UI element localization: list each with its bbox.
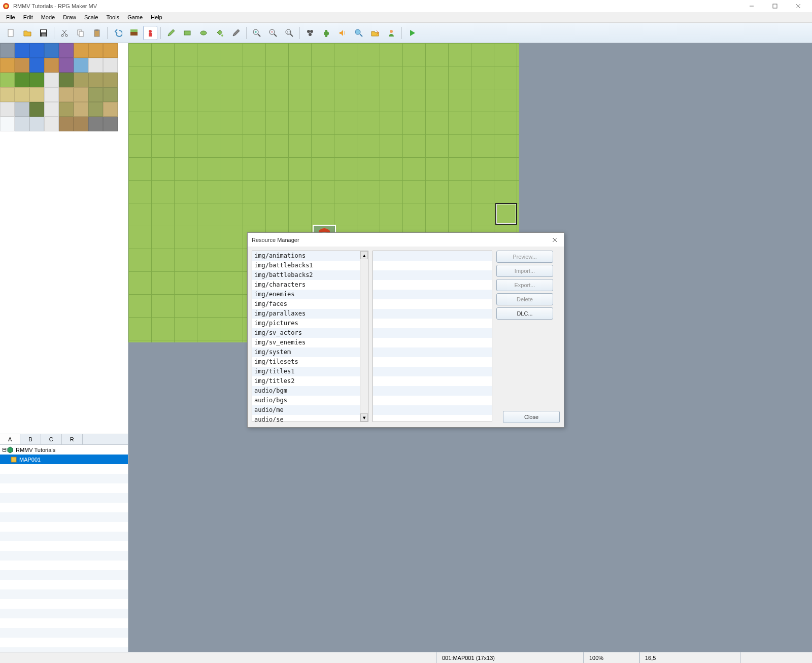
shadow-pen-button[interactable] [229, 26, 243, 40]
tile[interactable] [103, 117, 118, 131]
tile[interactable] [15, 73, 29, 87]
database-button[interactable] [303, 26, 317, 40]
paste-button[interactable] [90, 26, 104, 40]
rectangle-tool-button[interactable] [180, 26, 194, 40]
folder-item[interactable]: img/sv_actors [252, 328, 360, 338]
folder-item[interactable]: audio/bgs [252, 396, 360, 405]
open-project-button[interactable] [20, 26, 35, 40]
folder-item[interactable]: img/animations [252, 251, 360, 261]
copy-button[interactable] [74, 26, 88, 40]
dialog-title-bar[interactable]: Resource Manager [248, 233, 564, 247]
map-tree[interactable]: ⊟ RMMV Tutorials MAP001 [0, 445, 128, 652]
layer-tab-a[interactable]: A [0, 434, 20, 444]
layer-tab-r[interactable]: R [62, 434, 83, 444]
tile[interactable] [59, 117, 74, 131]
tree-project-node[interactable]: ⊟ RMMV Tutorials [0, 445, 128, 455]
cut-button[interactable] [57, 26, 72, 40]
folder-item[interactable]: img/system [252, 347, 360, 357]
tile[interactable] [88, 102, 103, 117]
zoom-out-button[interactable] [266, 26, 280, 40]
resource-manager-button[interactable] [368, 26, 382, 40]
folder-item[interactable]: audio/me [252, 405, 360, 415]
folder-list-scrollbar[interactable]: ▴ ▾ [360, 251, 368, 422]
tileset-panel[interactable] [0, 43, 128, 434]
export-button[interactable]: Export... [496, 279, 553, 291]
tile[interactable] [59, 58, 74, 73]
tile[interactable] [0, 73, 15, 87]
tile[interactable] [29, 73, 44, 87]
tile[interactable] [15, 43, 29, 58]
tile[interactable] [74, 43, 88, 58]
menu-edit[interactable]: Edit [19, 13, 37, 22]
folder-item[interactable]: img/sv_enemies [252, 338, 360, 347]
tile[interactable] [29, 117, 44, 131]
folder-item[interactable]: img/titles2 [252, 376, 360, 386]
tile[interactable] [29, 58, 44, 73]
folder-item[interactable]: img/titles1 [252, 367, 360, 376]
undo-button[interactable] [111, 26, 125, 40]
tile[interactable] [15, 58, 29, 73]
tile[interactable] [15, 117, 29, 131]
tile[interactable] [103, 73, 118, 87]
tile[interactable] [44, 87, 59, 102]
tile[interactable] [59, 73, 74, 87]
tile[interactable] [29, 102, 44, 117]
tile[interactable] [44, 58, 59, 73]
tree-map-node[interactable]: MAP001 [0, 455, 128, 464]
playtest-button[interactable] [405, 26, 419, 40]
menu-tools[interactable]: Tools [102, 13, 123, 22]
menu-scale[interactable]: Scale [80, 13, 103, 22]
tile[interactable] [59, 43, 74, 58]
tile[interactable] [44, 73, 59, 87]
preview-button[interactable]: Preview... [496, 251, 553, 263]
tile[interactable] [103, 43, 118, 58]
tile[interactable] [0, 87, 15, 102]
menu-mode[interactable]: Mode [37, 13, 59, 22]
tile[interactable] [74, 58, 88, 73]
tile[interactable] [88, 117, 103, 131]
scroll-up-icon[interactable]: ▴ [360, 251, 368, 259]
menu-file[interactable]: File [2, 13, 19, 22]
folder-item[interactable]: img/faces [252, 299, 360, 309]
folder-item[interactable]: img/characters [252, 280, 360, 290]
tile[interactable] [59, 87, 74, 102]
close-button[interactable] [787, 0, 810, 12]
save-button[interactable] [37, 26, 51, 40]
menu-game[interactable]: Game [123, 13, 147, 22]
tile[interactable] [59, 102, 74, 117]
plugin-manager-button[interactable] [319, 26, 333, 40]
folder-item[interactable]: audio/se [252, 415, 360, 422]
tile[interactable] [0, 58, 15, 73]
sound-test-button[interactable] [335, 26, 350, 40]
tile[interactable] [103, 102, 118, 117]
tile[interactable] [88, 87, 103, 102]
tile[interactable] [44, 117, 59, 131]
tile[interactable] [103, 58, 118, 73]
tile[interactable] [88, 43, 103, 58]
pencil-tool-button[interactable] [164, 26, 178, 40]
maximize-button[interactable] [763, 0, 787, 12]
tile[interactable] [44, 102, 59, 117]
tile[interactable] [74, 102, 88, 117]
tile[interactable] [74, 117, 88, 131]
new-project-button[interactable] [4, 26, 18, 40]
folder-item[interactable]: img/battlebacks2 [252, 270, 360, 280]
tile[interactable] [44, 43, 59, 58]
event-mode-button[interactable] [143, 26, 157, 40]
folder-item[interactable]: img/tilesets [252, 357, 360, 367]
delete-button[interactable]: Delete [496, 293, 553, 305]
zoom-in-button[interactable] [250, 26, 264, 40]
ellipse-tool-button[interactable] [196, 26, 211, 40]
scroll-down-icon[interactable]: ▾ [360, 413, 368, 422]
tile[interactable] [15, 87, 29, 102]
character-generator-button[interactable] [384, 26, 398, 40]
tile[interactable] [15, 102, 29, 117]
tile[interactable] [0, 117, 15, 131]
tile[interactable] [74, 73, 88, 87]
tile[interactable] [0, 43, 15, 58]
folder-item[interactable]: img/pictures [252, 319, 360, 328]
dialog-close-button[interactable] [550, 235, 560, 245]
file-list[interactable] [373, 251, 492, 422]
import-button[interactable]: Import... [496, 265, 553, 277]
actual-size-button[interactable]: 1:1 [282, 26, 296, 40]
